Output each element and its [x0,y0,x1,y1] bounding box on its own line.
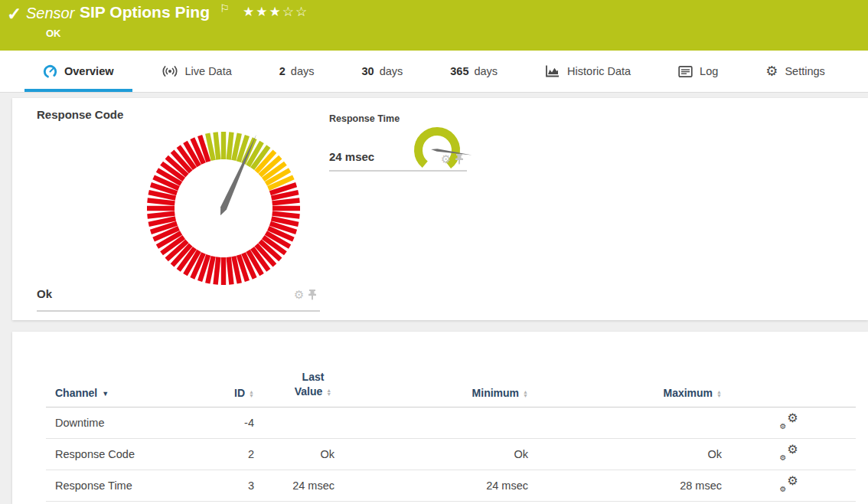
tab-bar: OverviewLive Data2days30days365daysHisto… [0,51,868,93]
star-filled-icon[interactable]: ★ [269,5,282,19]
status-check-icon: ✓ [7,4,21,25]
log-icon [678,65,693,78]
tab-label: days [380,65,403,77]
sort-toggle-icon: ▲▼ [523,390,528,398]
pin-icon[interactable] [455,154,464,165]
tab-label: Historic Data [567,65,631,77]
cell-maximum: Ok [528,448,722,460]
table-header-row: Channel▼ID▲▼Last Value▲▼Minimum▲▼Maximum… [46,332,856,407]
cell-last_value: Ok [254,448,334,460]
sort-desc-icon: ▼ [102,390,109,398]
star-empty-icon[interactable]: ☆ [295,5,308,19]
channel-settings-gears-icon[interactable]: ⚙⚙ [780,445,798,461]
response-time-gauge [406,119,483,176]
column-header-id[interactable]: ID▲▼ [211,387,254,399]
sensor-status-banner: ✓ Sensor SIP Options Ping ⚐ ★★★☆☆ OK [0,0,868,51]
tab-30-days[interactable]: 30days [343,51,421,92]
tab-label: Settings [785,65,824,77]
cell-last_value: 24 msec [254,479,334,492]
cell-actions: ⚙⚙ [722,414,856,432]
panel-divider [37,310,320,312]
tab-historic-data[interactable]: Historic Data [527,51,649,92]
cell-id: 3 [211,479,254,492]
tab-label: days [474,65,498,77]
cell-channel[interactable]: Response Code [46,448,211,460]
tab-number: 365 [450,65,468,77]
tab-number: 30 [361,65,374,77]
tab-label: days [291,65,315,77]
tab-log[interactable]: Log [660,51,736,92]
tab-settings[interactable]: ⚙Settings [747,51,844,92]
rating-stars[interactable]: ★★★☆☆ [243,4,308,20]
cell-minimum: 24 msec [334,479,528,492]
tab-label: Overview [64,65,114,77]
table-row: Downtime-4⚙⚙ [46,407,856,439]
tab-overview[interactable]: Overview [24,51,132,92]
tab-2-days[interactable]: 2days [261,51,333,92]
gear-icon[interactable]: ⚙ [294,289,304,300]
response-time-panel-title: Response Time [329,113,400,124]
column-header-label: Minimum [472,387,519,399]
tab-number: 2 [279,65,286,77]
channel-settings-gears-icon[interactable]: ⚙⚙ [780,414,798,430]
tab-label: Log [700,65,718,77]
status-text: OK [46,28,61,39]
column-header-minimum[interactable]: Minimum▲▼ [334,387,528,399]
tab-live-data[interactable]: Live Data [143,51,250,92]
sensor-title: SIP Options Ping [80,3,210,21]
tab-label: Live Data [185,65,232,77]
column-header-label: Maximum [663,387,713,399]
channel-table: Channel▼ID▲▼Last Value▲▼Minimum▲▼Maximum… [46,332,856,502]
response-time-value: 24 msec [329,150,374,163]
cell-minimum: Ok [334,448,528,460]
area-chart-icon [545,64,560,78]
sort-toggle-icon: ▲▼ [326,388,331,396]
cell-id: 2 [211,448,254,460]
star-empty-icon[interactable]: ☆ [282,5,295,19]
response-code-value: Ok [37,287,52,300]
column-header-label: Last Value [295,371,325,398]
channel-settings-gears-icon[interactable]: ⚙⚙ [780,476,798,493]
star-filled-icon[interactable]: ★ [256,5,269,19]
column-header-label: ID [234,387,245,399]
prtg-sensor-page: ✓ Sensor SIP Options Ping ⚐ ★★★☆☆ OK Ove… [0,0,868,504]
response-code-panel-title: Response Code [37,108,123,121]
gear-icon[interactable]: ⚙ [441,153,451,165]
column-header-maximum[interactable]: Maximum▲▼ [528,387,722,399]
object-kind-label: Sensor [26,5,74,22]
column-header-last_value[interactable]: Last Value▲▼ [254,370,334,399]
channel-table-card: Channel▼ID▲▼Last Value▲▼Minimum▲▼Maximum… [12,332,868,504]
gauge-icon [43,64,57,79]
flag-icon[interactable]: ⚐ [220,2,230,15]
overview-gauges-card: Response Code Ok ⚙ Response Time 24 msec… [12,98,868,320]
cell-channel[interactable]: Downtime [46,417,211,429]
sort-toggle-icon: ▲▼ [716,390,722,398]
cell-channel[interactable]: Response Time [46,479,211,492]
table-row: Response Time324 msec24 msec28 msec⚙⚙ [46,470,856,502]
table-row: Response Code2OkOkOk⚙⚙ [46,439,856,470]
sort-toggle-icon: ▲▼ [249,390,254,398]
tab-365-days[interactable]: 365days [432,51,516,92]
cell-maximum: 28 msec [528,479,722,492]
star-filled-icon[interactable]: ★ [243,5,256,19]
panel-divider [329,170,467,172]
gear-icon: ⚙ [765,64,778,78]
column-header-label: Channel [55,387,97,399]
column-header-channel[interactable]: Channel▼ [46,387,211,399]
cell-actions: ⚙⚙ [722,445,856,463]
response-code-gauge [139,124,308,293]
cell-id: -4 [211,417,254,429]
broadcast-icon [162,64,178,79]
cell-actions: ⚙⚙ [722,476,856,495]
pin-icon[interactable] [308,290,317,300]
